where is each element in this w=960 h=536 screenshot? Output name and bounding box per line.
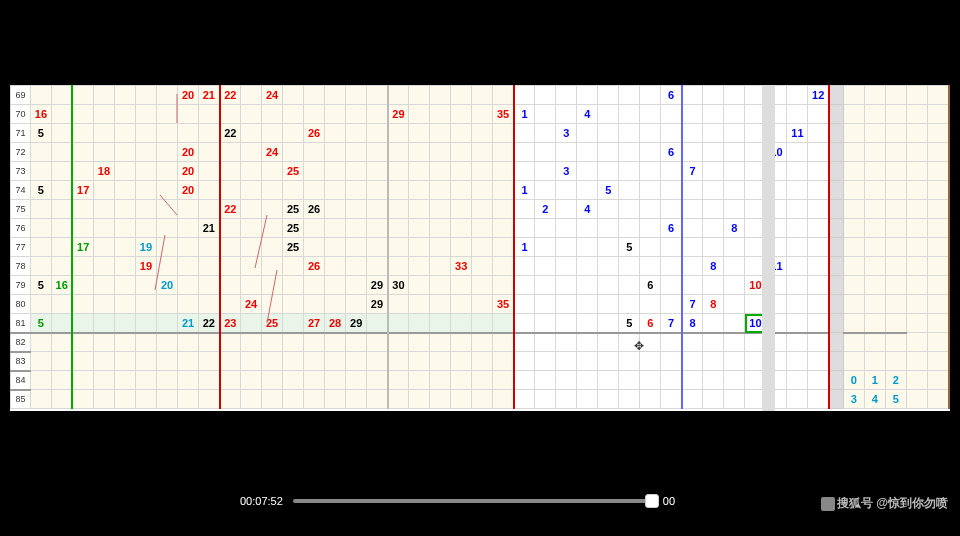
trend-cell[interactable] <box>30 390 51 409</box>
trend-cell[interactable] <box>304 143 325 162</box>
trend-cell[interactable] <box>472 295 493 314</box>
trend-cell[interactable] <box>640 295 661 314</box>
trend-cell[interactable] <box>135 124 156 143</box>
trend-cell[interactable] <box>556 86 577 105</box>
trend-cell[interactable]: 18 <box>93 162 114 181</box>
trend-cell[interactable] <box>619 257 640 276</box>
trend-cell[interactable] <box>325 257 346 276</box>
trend-cell[interactable] <box>885 105 906 124</box>
trend-cell[interactable] <box>682 143 703 162</box>
trend-cell[interactable] <box>199 352 220 371</box>
trend-cell[interactable]: 5 <box>619 314 640 333</box>
trend-cell[interactable] <box>241 352 262 371</box>
trend-cell[interactable] <box>598 86 619 105</box>
trend-cell[interactable] <box>430 295 451 314</box>
trend-cell[interactable]: 21 <box>199 219 220 238</box>
trend-cell[interactable] <box>787 295 808 314</box>
trend-cell[interactable] <box>556 219 577 238</box>
trend-cell[interactable] <box>220 276 241 295</box>
trend-cell[interactable] <box>199 238 220 257</box>
trend-cell[interactable] <box>388 143 409 162</box>
trend-cell[interactable] <box>472 390 493 409</box>
trend-cell[interactable] <box>724 143 745 162</box>
trend-cell[interactable] <box>514 162 535 181</box>
trend-cell[interactable] <box>430 276 451 295</box>
trend-cell[interactable] <box>72 333 93 352</box>
trend-cell[interactable] <box>787 105 808 124</box>
trend-cell[interactable] <box>724 276 745 295</box>
trend-cell[interactable] <box>619 219 640 238</box>
trend-cell[interactable] <box>93 200 114 219</box>
trend-cell[interactable] <box>598 352 619 371</box>
trend-cell[interactable] <box>619 200 640 219</box>
trend-cell[interactable] <box>535 219 556 238</box>
trend-cell[interactable] <box>409 238 430 257</box>
trend-cell[interactable] <box>598 295 619 314</box>
trend-cell[interactable] <box>556 276 577 295</box>
trend-cell[interactable] <box>262 390 283 409</box>
trend-cell[interactable] <box>556 390 577 409</box>
trend-cell[interactable] <box>535 314 556 333</box>
trend-cell[interactable]: 22 <box>220 124 241 143</box>
trend-cell[interactable] <box>157 219 178 238</box>
trend-cell[interactable] <box>864 219 885 238</box>
trend-cell[interactable] <box>724 257 745 276</box>
trend-cell[interactable] <box>304 219 325 238</box>
trend-cell[interactable] <box>114 86 135 105</box>
trend-cell[interactable] <box>864 86 885 105</box>
trend-cell[interactable] <box>262 276 283 295</box>
trend-cell[interactable] <box>346 200 367 219</box>
trend-cell[interactable] <box>703 352 724 371</box>
trend-cell[interactable] <box>703 86 724 105</box>
trend-cell[interactable]: 21 <box>199 86 220 105</box>
trend-cell[interactable] <box>598 200 619 219</box>
trend-cell[interactable] <box>325 181 346 200</box>
trend-cell[interactable] <box>220 257 241 276</box>
trend-cell[interactable] <box>178 276 199 295</box>
trend-cell[interactable] <box>864 276 885 295</box>
trend-cell[interactable]: 6 <box>661 86 682 105</box>
trend-cell[interactable] <box>283 124 304 143</box>
trend-cell[interactable] <box>724 105 745 124</box>
trend-cell[interactable] <box>843 200 864 219</box>
trend-cell[interactable] <box>157 162 178 181</box>
trend-cell[interactable] <box>451 124 472 143</box>
trend-cell[interactable] <box>51 86 72 105</box>
trend-cell[interactable] <box>325 390 346 409</box>
trend-cell[interactable] <box>808 162 829 181</box>
trend-cell[interactable] <box>724 162 745 181</box>
trend-cell[interactable] <box>703 143 724 162</box>
trend-cell[interactable] <box>409 86 430 105</box>
trend-cell[interactable] <box>178 390 199 409</box>
trend-cell[interactable] <box>598 124 619 143</box>
trend-cell[interactable] <box>493 352 514 371</box>
trend-cell[interactable]: 22 <box>220 200 241 219</box>
trend-cell[interactable]: 5 <box>885 390 906 409</box>
trend-cell[interactable] <box>367 390 388 409</box>
trend-cell[interactable] <box>451 371 472 390</box>
trend-cell[interactable] <box>619 295 640 314</box>
trend-cell[interactable] <box>661 352 682 371</box>
trend-cell[interactable]: 3 <box>556 124 577 143</box>
trend-cell[interactable] <box>556 352 577 371</box>
trend-cell[interactable] <box>430 86 451 105</box>
trend-cell[interactable] <box>304 295 325 314</box>
trend-cell[interactable] <box>304 86 325 105</box>
trend-cell[interactable] <box>114 200 135 219</box>
trend-cell[interactable] <box>661 333 682 352</box>
trend-cell[interactable]: 26 <box>304 124 325 143</box>
trend-cell[interactable] <box>619 352 640 371</box>
table-row[interactable]: 7318202537 <box>11 162 950 181</box>
trend-cell[interactable] <box>157 295 178 314</box>
trend-cell[interactable] <box>157 143 178 162</box>
trend-cell[interactable] <box>346 143 367 162</box>
trend-cell[interactable] <box>472 105 493 124</box>
trend-cell[interactable] <box>388 295 409 314</box>
trend-cell[interactable] <box>262 105 283 124</box>
trend-cell[interactable] <box>885 352 906 371</box>
trend-cell[interactable] <box>220 181 241 200</box>
trend-cell[interactable] <box>808 257 829 276</box>
trend-cell[interactable] <box>262 124 283 143</box>
trend-cell[interactable] <box>703 162 724 181</box>
trend-cell[interactable] <box>51 390 72 409</box>
